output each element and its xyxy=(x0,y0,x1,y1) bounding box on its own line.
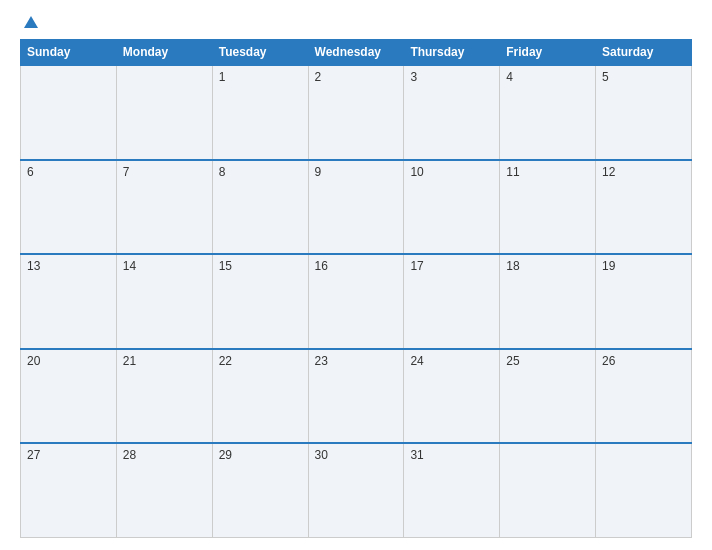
weekday-header-wednesday: Wednesday xyxy=(308,40,404,66)
calendar-day-empty xyxy=(21,65,117,160)
day-number: 5 xyxy=(602,70,609,84)
calendar-day-24: 24 xyxy=(404,349,500,444)
calendar-day-30: 30 xyxy=(308,443,404,538)
calendar-day-13: 13 xyxy=(21,254,117,349)
logo xyxy=(20,16,38,29)
calendar-day-20: 20 xyxy=(21,349,117,444)
day-number: 1 xyxy=(219,70,226,84)
day-number: 8 xyxy=(219,165,226,179)
calendar-table: SundayMondayTuesdayWednesdayThursdayFrid… xyxy=(20,39,692,538)
calendar-day-21: 21 xyxy=(116,349,212,444)
calendar-day-empty xyxy=(596,443,692,538)
calendar-day-17: 17 xyxy=(404,254,500,349)
day-number: 13 xyxy=(27,259,40,273)
day-number: 11 xyxy=(506,165,519,179)
day-number: 2 xyxy=(315,70,322,84)
calendar-week-row: 13141516171819 xyxy=(21,254,692,349)
day-number: 20 xyxy=(27,354,40,368)
day-number: 29 xyxy=(219,448,232,462)
calendar-day-11: 11 xyxy=(500,160,596,255)
calendar-day-16: 16 xyxy=(308,254,404,349)
day-number: 24 xyxy=(410,354,423,368)
day-number: 17 xyxy=(410,259,423,273)
day-number: 27 xyxy=(27,448,40,462)
day-number: 21 xyxy=(123,354,136,368)
day-number: 4 xyxy=(506,70,513,84)
calendar-day-12: 12 xyxy=(596,160,692,255)
calendar-day-7: 7 xyxy=(116,160,212,255)
calendar-day-31: 31 xyxy=(404,443,500,538)
day-number: 3 xyxy=(410,70,417,84)
header xyxy=(20,16,692,29)
weekday-header-friday: Friday xyxy=(500,40,596,66)
day-number: 28 xyxy=(123,448,136,462)
day-number: 6 xyxy=(27,165,34,179)
calendar-day-26: 26 xyxy=(596,349,692,444)
calendar-day-8: 8 xyxy=(212,160,308,255)
day-number: 31 xyxy=(410,448,423,462)
calendar-day-22: 22 xyxy=(212,349,308,444)
weekday-header-saturday: Saturday xyxy=(596,40,692,66)
calendar-day-3: 3 xyxy=(404,65,500,160)
day-number: 25 xyxy=(506,354,519,368)
day-number: 12 xyxy=(602,165,615,179)
day-number: 18 xyxy=(506,259,519,273)
day-number: 15 xyxy=(219,259,232,273)
calendar-day-27: 27 xyxy=(21,443,117,538)
weekday-header-sunday: Sunday xyxy=(21,40,117,66)
day-number: 22 xyxy=(219,354,232,368)
calendar-day-6: 6 xyxy=(21,160,117,255)
day-number: 10 xyxy=(410,165,423,179)
day-number: 16 xyxy=(315,259,328,273)
day-number: 23 xyxy=(315,354,328,368)
calendar-day-19: 19 xyxy=(596,254,692,349)
weekday-header-row: SundayMondayTuesdayWednesdayThursdayFrid… xyxy=(21,40,692,66)
day-number: 30 xyxy=(315,448,328,462)
weekday-header-thursday: Thursday xyxy=(404,40,500,66)
calendar-day-25: 25 xyxy=(500,349,596,444)
day-number: 9 xyxy=(315,165,322,179)
calendar-day-18: 18 xyxy=(500,254,596,349)
calendar-day-10: 10 xyxy=(404,160,500,255)
calendar-day-23: 23 xyxy=(308,349,404,444)
logo-triangle-icon xyxy=(24,16,38,28)
calendar-day-5: 5 xyxy=(596,65,692,160)
calendar-day-empty xyxy=(500,443,596,538)
weekday-header-tuesday: Tuesday xyxy=(212,40,308,66)
calendar-day-empty xyxy=(116,65,212,160)
calendar-day-14: 14 xyxy=(116,254,212,349)
day-number: 7 xyxy=(123,165,130,179)
calendar-week-row: 20212223242526 xyxy=(21,349,692,444)
day-number: 14 xyxy=(123,259,136,273)
calendar-day-1: 1 xyxy=(212,65,308,160)
calendar-container: SundayMondayTuesdayWednesdayThursdayFrid… xyxy=(0,0,712,550)
day-number: 19 xyxy=(602,259,615,273)
calendar-day-2: 2 xyxy=(308,65,404,160)
calendar-week-row: 6789101112 xyxy=(21,160,692,255)
calendar-week-row: 12345 xyxy=(21,65,692,160)
calendar-day-15: 15 xyxy=(212,254,308,349)
calendar-day-9: 9 xyxy=(308,160,404,255)
calendar-week-row: 2728293031 xyxy=(21,443,692,538)
calendar-day-4: 4 xyxy=(500,65,596,160)
weekday-header-monday: Monday xyxy=(116,40,212,66)
calendar-day-29: 29 xyxy=(212,443,308,538)
day-number: 26 xyxy=(602,354,615,368)
calendar-day-28: 28 xyxy=(116,443,212,538)
